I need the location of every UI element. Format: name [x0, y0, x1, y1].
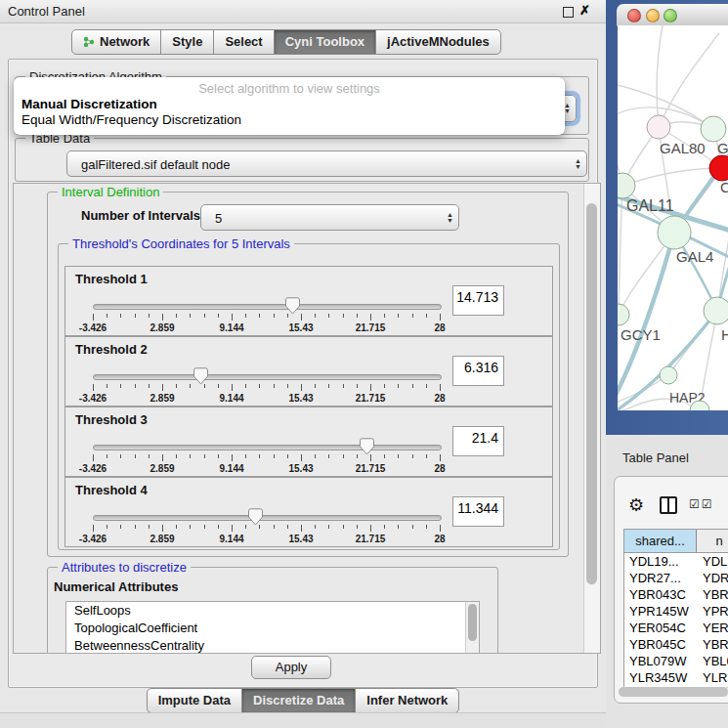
- slider-thumb[interactable]: [248, 508, 263, 526]
- network-node-gcy1[interactable]: [618, 304, 629, 325]
- threshold-label: Threshold 1: [75, 272, 148, 286]
- tab-discretize-data[interactable]: Discretize Data: [241, 688, 356, 713]
- zoom-traffic-light-icon[interactable]: [664, 9, 677, 22]
- network-node-gal80[interactable]: [647, 115, 670, 139]
- slider-tick: [274, 314, 275, 318]
- threshold-value-field[interactable]: 11.344: [452, 496, 504, 527]
- right-pane: GAL80GACGAL11GAL4GCY1HHAP2 Table Panel ⚙…: [606, 0, 728, 728]
- slider-track[interactable]: [93, 515, 442, 521]
- slider-tick: [218, 454, 219, 458]
- slider-tick: [384, 454, 385, 458]
- table-horizontal-scrollbar[interactable]: [619, 687, 728, 697]
- table-row[interactable]: YBR045CYBR0: [624, 636, 728, 653]
- table-row[interactable]: YDR27...YDR2: [624, 570, 728, 586]
- tab-impute-data[interactable]: Impute Data: [147, 688, 242, 713]
- columns-icon[interactable]: [660, 496, 677, 514]
- numerical-attributes-list[interactable]: SelfLoopsTopologicalCoefficientBetweenne…: [65, 601, 480, 654]
- network-edge[interactable]: [657, 25, 663, 127]
- slider-tick: [370, 525, 371, 532]
- slider-tick-label: -3.426: [64, 322, 122, 333]
- checkbox-icons[interactable]: ☑☑: [689, 497, 714, 511]
- scrollbar-thumb[interactable]: [619, 687, 728, 697]
- network-node-h[interactable]: [704, 297, 728, 324]
- tab-select[interactable]: Select: [213, 29, 274, 55]
- float-window-icon[interactable]: [563, 7, 574, 18]
- attribute-list-item[interactable]: BetweennessCentrality: [66, 637, 479, 654]
- table-row[interactable]: YDL19...YDL1: [624, 553, 728, 570]
- slider-tick: [357, 525, 358, 529]
- slider-tick: [440, 314, 441, 321]
- table-row[interactable]: YPR145WYPR1: [624, 603, 728, 620]
- control-panel-window: Control Panel ✗ NetworkStyleSelectCyni T…: [0, 0, 607, 728]
- dropdown-option[interactable]: Manual Discretization: [14, 96, 565, 111]
- network-canvas[interactable]: GAL80GACGAL11GAL4GCY1HHAP2: [618, 25, 728, 410]
- threshold-value-field[interactable]: 21.4: [452, 426, 504, 456]
- table-row[interactable]: YBL079WYBL0: [624, 653, 728, 669]
- slider-tick: [301, 525, 302, 532]
- threshold-label: Threshold 4: [75, 483, 148, 497]
- slider-tick-label: 21.715: [341, 534, 400, 544]
- slider-tick: [149, 525, 150, 529]
- node-table[interactable]: shared... n YDL19...YDL1YDR27...YDR2YBR0…: [623, 529, 728, 688]
- close-traffic-light-icon[interactable]: [627, 9, 641, 22]
- attribute-list-item[interactable]: SelfLoops: [66, 602, 479, 620]
- slider-thumb[interactable]: [193, 367, 208, 385]
- slider-track[interactable]: [93, 304, 442, 310]
- control-panel-title: Control Panel: [8, 4, 85, 19]
- table-row[interactable]: YBR043CYBR0: [624, 586, 728, 603]
- network-node-gal4[interactable]: [658, 216, 691, 249]
- column-header-shared-name[interactable]: shared...: [624, 530, 697, 552]
- slider-thumb[interactable]: [360, 438, 374, 455]
- numerical-attributes-label: Numerical Attributes: [54, 579, 178, 594]
- algorithm-dropdown-popup: Select algorithm to view settings Manual…: [14, 77, 565, 135]
- control-panel-titlebar: Control Panel ✗: [0, 0, 606, 23]
- scrollbar-thumb[interactable]: [586, 203, 597, 584]
- apply-button[interactable]: Apply: [251, 656, 331, 679]
- table-row[interactable]: YER054CYER0: [624, 620, 728, 636]
- column-header-name[interactable]: n: [697, 530, 728, 552]
- slider-tick: [120, 314, 121, 318]
- slider-tick: [107, 384, 107, 388]
- slider-tick: [232, 384, 233, 391]
- tab-style[interactable]: Style: [160, 29, 214, 55]
- slider-thumb[interactable]: [285, 297, 300, 315]
- slider-tick: [204, 525, 205, 529]
- tab-infer-network[interactable]: Infer Network: [355, 688, 459, 713]
- minimize-traffic-light-icon[interactable]: [646, 9, 660, 22]
- slider-tick: [357, 454, 358, 458]
- slider-tick: [120, 454, 121, 458]
- tab-network[interactable]: Network: [71, 29, 161, 55]
- network-node-ga[interactable]: [701, 116, 726, 142]
- threshold-panel: Threshold 4-3.4262.8599.14415.4321.71528…: [64, 477, 553, 547]
- slider-tick-label: 9.144: [202, 393, 261, 404]
- tab-cyni-toolbox[interactable]: Cyni Toolbox: [274, 29, 376, 55]
- slider-track[interactable]: [93, 445, 442, 450]
- scrollbar-thumb[interactable]: [468, 604, 477, 641]
- combo-stepper-icon: ▲▼: [564, 103, 571, 114]
- close-icon[interactable]: ✗: [579, 3, 590, 18]
- tab-jactivemnodules[interactable]: jActiveMNodules: [375, 29, 501, 55]
- slider-tick-label: 2.859: [133, 393, 192, 404]
- attributes-list-scrollbar[interactable]: [465, 602, 479, 654]
- settings-vertical-scrollbar[interactable]: [583, 184, 600, 653]
- cell-shared-name: YBR043C: [629, 586, 686, 603]
- numerical-attributes-items: SelfLoopsTopologicalCoefficientBetweenne…: [66, 602, 479, 654]
- network-node-hap2[interactable]: [660, 366, 677, 384]
- slider-tick: [398, 525, 399, 529]
- table-data-select[interactable]: galFiltered.sif default node ▲▼: [66, 150, 587, 177]
- cell-shared-name: YDR27...: [629, 570, 681, 586]
- number-of-intervals-select[interactable]: 5 ▲▼: [200, 204, 459, 231]
- threshold-value-field[interactable]: 14.713: [452, 285, 504, 316]
- slider-tick: [93, 384, 94, 391]
- attribute-list-item[interactable]: TopologicalCoefficient: [66, 620, 479, 637]
- table-row[interactable]: YLR345WYLR3: [624, 669, 728, 686]
- slider-tick: [176, 314, 177, 318]
- slider-tick: [301, 314, 302, 321]
- slider-tick: [176, 384, 177, 388]
- cell-name: YDL1: [703, 553, 728, 570]
- slider-tick: [384, 384, 385, 388]
- slider-track[interactable]: [93, 374, 442, 380]
- dropdown-option[interactable]: Equal Width/Frequency Discretization: [14, 111, 565, 127]
- gear-icon[interactable]: ⚙: [628, 494, 644, 516]
- threshold-value-field[interactable]: 6.316: [452, 356, 504, 386]
